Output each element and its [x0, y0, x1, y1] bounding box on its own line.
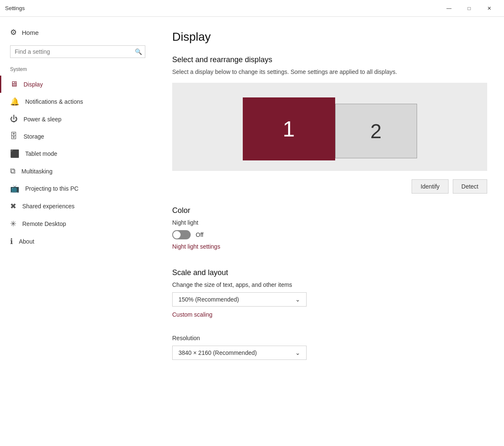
resolution-dropdown[interactable]: 3840 × 2160 (Recommended) ⌄ [172, 346, 307, 360]
night-light-toggle[interactable] [172, 230, 191, 239]
night-light-toggle-row: Off [172, 230, 487, 239]
sidebar-item-label: Remote Desktop [22, 220, 66, 227]
main-content: Display Select and rearrange displays Se… [155, 17, 504, 446]
detect-button[interactable]: Detect [453, 179, 487, 194]
search-icon: 🔍 [135, 48, 142, 55]
about-icon: ℹ [10, 237, 13, 246]
sidebar-item-storage[interactable]: 🗄 Storage [0, 128, 155, 145]
scale-dropdown[interactable]: 150% (Recommended) ⌄ [172, 292, 307, 307]
display-buttons: Identify Detect [172, 179, 487, 194]
notifications-icon: 🔔 [10, 97, 19, 106]
sidebar-item-display[interactable]: 🖥 Display [0, 76, 155, 93]
sidebar-item-remote[interactable]: ✳ Remote Desktop [0, 215, 155, 233]
night-light-settings-link[interactable]: Night light settings [172, 243, 220, 250]
storage-icon: 🗄 [10, 132, 18, 141]
resolution-dropdown-chevron: ⌄ [295, 349, 300, 356]
color-section-title: Color [172, 206, 487, 215]
change-size-label: Change the size of text, apps, and other… [172, 281, 487, 288]
sidebar-item-label: About [19, 238, 34, 245]
scale-section-title: Scale and layout [172, 268, 487, 277]
resolution-label: Resolution [172, 335, 487, 341]
sidebar-section-label: System [0, 65, 155, 76]
color-section: Color Night light Off Night light settin… [172, 206, 487, 260]
sidebar-item-tablet[interactable]: ⬛ Tablet mode [0, 145, 155, 163]
remote-icon: ✳ [10, 219, 16, 228]
display-preview-area: 1 2 [172, 83, 487, 171]
search-input[interactable] [10, 45, 145, 58]
scale-dropdown-chevron: ⌄ [295, 296, 300, 303]
resolution-section: Resolution 3840 × 2160 (Recommended) ⌄ [172, 335, 487, 360]
shared-icon: ✖ [10, 202, 16, 211]
home-icon: ⚙ [10, 28, 17, 37]
home-label: Home [22, 29, 39, 36]
scale-section: Scale and layout Change the size of text… [172, 268, 487, 360]
sidebar-item-label: Shared experiences [22, 203, 75, 210]
display-icon: 🖥 [10, 80, 18, 89]
multitasking-icon: ⧉ [10, 167, 16, 176]
maximize-button[interactable]: □ [459, 2, 479, 15]
monitor-1[interactable]: 1 [243, 97, 335, 160]
sidebar-item-label: Projecting to this PC [25, 185, 79, 192]
night-light-toggle-label: Off [196, 231, 203, 238]
select-section-desc: Select a display below to change its set… [172, 68, 487, 75]
search-box: 🔍 [10, 45, 145, 58]
sidebar-item-about[interactable]: ℹ About [0, 233, 155, 250]
night-light-label: Night light [172, 219, 487, 226]
sidebar-item-label: Display [24, 81, 43, 88]
scale-dropdown-value: 150% (Recommended) [178, 296, 239, 303]
sidebar-item-label: Tablet mode [25, 150, 57, 157]
app-title: Settings [5, 5, 25, 11]
select-section-title: Select and rearrange displays [172, 55, 487, 64]
app-body: ⚙ Home 🔍 System 🖥 Display 🔔 Notification… [0, 17, 504, 446]
sidebar-item-notifications[interactable]: 🔔 Notifications & actions [0, 93, 155, 110]
resolution-dropdown-value: 3840 × 2160 (Recommended) [178, 349, 257, 356]
sidebar-item-label: Notifications & actions [25, 98, 83, 105]
projecting-icon: 📺 [10, 184, 19, 193]
sidebar-item-power[interactable]: ⏻ Power & sleep [0, 110, 155, 128]
identify-button[interactable]: Identify [412, 179, 448, 194]
sidebar: ⚙ Home 🔍 System 🖥 Display 🔔 Notification… [0, 17, 155, 446]
sidebar-item-label: Multitasking [21, 168, 52, 175]
title-bar: Settings — □ ✕ [0, 0, 504, 17]
sidebar-item-projecting[interactable]: 📺 Projecting to this PC [0, 180, 155, 197]
monitor-2[interactable]: 2 [335, 104, 417, 158]
sidebar-item-multitasking[interactable]: ⧉ Multitasking [0, 163, 155, 180]
tablet-icon: ⬛ [10, 149, 19, 158]
close-button[interactable]: ✕ [480, 2, 499, 15]
minimize-button[interactable]: — [439, 2, 459, 15]
home-button[interactable]: ⚙ Home [0, 24, 155, 41]
custom-scaling-link[interactable]: Custom scaling [172, 311, 213, 318]
sidebar-item-label: Power & sleep [24, 116, 61, 123]
sidebar-item-label: Storage [24, 133, 44, 140]
window-controls: — □ ✕ [439, 2, 499, 15]
page-title: Display [172, 30, 487, 44]
power-icon: ⏻ [10, 115, 18, 123]
sidebar-item-shared[interactable]: ✖ Shared experiences [0, 197, 155, 215]
